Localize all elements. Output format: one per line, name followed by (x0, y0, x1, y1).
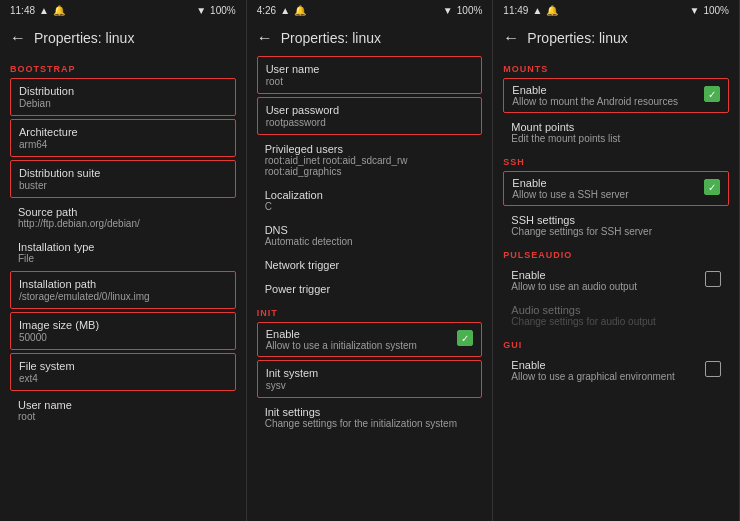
bell-icon-2: 🔔 (294, 5, 306, 16)
image-size-item[interactable]: Image size (MB) 50000 (10, 312, 236, 350)
localization-label: Localization (265, 189, 323, 201)
section-mounts: MOUNTS (503, 64, 729, 74)
section-init: INIT (257, 308, 483, 318)
dns-value: Automatic detection (265, 236, 353, 247)
installation-type-row[interactable]: Installation type File (10, 236, 236, 269)
distribution-suite-item[interactable]: Distribution suite buster (10, 160, 236, 198)
status-bar-3: 11:49 ▲ 🔔 ▼ 100% (493, 0, 739, 20)
username-value-2: root (266, 76, 474, 87)
architecture-value: arm64 (19, 139, 227, 150)
username-item-2[interactable]: User name root (257, 56, 483, 94)
mount-points-value: Edit the mount points list (511, 133, 620, 144)
status-right-3: ▼ 100% (690, 5, 729, 16)
source-path-label: Source path (18, 206, 140, 218)
init-enable-value: Allow to use a initialization system (266, 340, 417, 351)
username-row-1[interactable]: User name root (10, 394, 236, 427)
section-gui: GUI (503, 340, 729, 350)
gui-enable-checkbox[interactable] (705, 361, 721, 377)
page-title-1: Properties: linux (34, 30, 134, 46)
network-trigger-row[interactable]: Network trigger (257, 254, 483, 276)
bell-icon-1: 🔔 (53, 5, 65, 16)
status-left-1: 11:48 ▲ 🔔 (10, 5, 65, 16)
ssh-enable-row[interactable]: Enable Allow to use a SSH server (503, 171, 729, 206)
dns-row[interactable]: DNS Automatic detection (257, 219, 483, 252)
distribution-suite-label: Distribution suite (19, 167, 227, 179)
password-value: rootpassword (266, 117, 474, 128)
init-enable-row[interactable]: Enable Allow to use a initialization sys… (257, 322, 483, 357)
file-system-item[interactable]: File system ext4 (10, 353, 236, 391)
localization-row[interactable]: Localization C (257, 184, 483, 217)
content-1: BOOTSTRAP Distribution Debian Architectu… (0, 56, 246, 521)
init-system-item[interactable]: Init system sysv (257, 360, 483, 398)
header-3: ← Properties: linux (493, 20, 739, 56)
content-2: User name root User password rootpasswor… (247, 56, 493, 521)
privileged-users-label: Privileged users (265, 143, 408, 155)
username-value-1: root (18, 411, 72, 422)
status-right-1: ▼ 100% (196, 5, 235, 16)
panel-3: 11:49 ▲ 🔔 ▼ 100% ← Properties: linux MOU… (493, 0, 740, 521)
power-trigger-row[interactable]: Power trigger (257, 278, 483, 300)
architecture-item[interactable]: Architecture arm64 (10, 119, 236, 157)
installation-type-value: File (18, 253, 94, 264)
status-left-2: 4:26 ▲ 🔔 (257, 5, 306, 16)
distribution-item[interactable]: Distribution Debian (10, 78, 236, 116)
back-button-3[interactable]: ← (503, 29, 519, 47)
section-ssh: SSH (503, 157, 729, 167)
source-path-row[interactable]: Source path http://ftp.debian.org/debian… (10, 201, 236, 234)
file-system-label: File system (19, 360, 227, 372)
signal-icon-2: ▲ (280, 5, 290, 16)
battery-1: 100% (210, 5, 236, 16)
status-left-3: 11:49 ▲ 🔔 (503, 5, 558, 16)
init-settings-label: Init settings (265, 406, 457, 418)
gui-enable-row[interactable]: Enable Allow to use a graphical environm… (503, 354, 729, 387)
mounts-enable-label: Enable (512, 84, 678, 96)
installation-path-item[interactable]: Installation path /storage/emulated/0/li… (10, 271, 236, 309)
wifi-icon-1: ▼ (196, 5, 206, 16)
privileged-users-value: root:aid_inet root:aid_sdcard_rwroot:aid… (265, 155, 408, 177)
ssh-enable-label: Enable (512, 177, 628, 189)
password-label: User password (266, 104, 474, 116)
battery-3: 100% (703, 5, 729, 16)
mount-points-label: Mount points (511, 121, 620, 133)
time-2: 4:26 (257, 5, 276, 16)
time-1: 11:48 (10, 5, 35, 16)
password-item[interactable]: User password rootpassword (257, 97, 483, 135)
header-2: ← Properties: linux (247, 20, 493, 56)
init-enable-checkbox[interactable] (457, 330, 473, 346)
signal-icon-1: ▲ (39, 5, 49, 16)
mounts-enable-row[interactable]: Enable Allow to mount the Android resour… (503, 78, 729, 113)
init-system-label: Init system (266, 367, 474, 379)
init-settings-row[interactable]: Init settings Change settings for the in… (257, 401, 483, 434)
architecture-label: Architecture (19, 126, 227, 138)
pulse-enable-value: Allow to use an audio output (511, 281, 637, 292)
signal-icon-3: ▲ (532, 5, 542, 16)
content-3: MOUNTS Enable Allow to mount the Android… (493, 56, 739, 521)
time-3: 11:49 (503, 5, 528, 16)
status-bar-2: 4:26 ▲ 🔔 ▼ 100% (247, 0, 493, 20)
mount-points-row[interactable]: Mount points Edit the mount points list (503, 116, 729, 149)
dns-label: DNS (265, 224, 353, 236)
ssh-enable-checkbox[interactable] (704, 179, 720, 195)
init-enable-label: Enable (266, 328, 417, 340)
power-trigger-label: Power trigger (265, 283, 330, 295)
ssh-enable-value: Allow to use a SSH server (512, 189, 628, 200)
mounts-enable-checkbox[interactable] (704, 86, 720, 102)
installation-type-label: Installation type (18, 241, 94, 253)
back-button-1[interactable]: ← (10, 29, 26, 47)
wifi-icon-2: ▼ (443, 5, 453, 16)
ssh-settings-value: Change settings for SSH server (511, 226, 652, 237)
pulse-enable-checkbox[interactable] (705, 271, 721, 287)
audio-settings-label: Audio settings (511, 304, 656, 316)
init-system-value: sysv (266, 380, 474, 391)
status-bar-1: 11:48 ▲ 🔔 ▼ 100% (0, 0, 246, 20)
localization-value: C (265, 201, 323, 212)
username-label-1: User name (18, 399, 72, 411)
bell-icon-3: 🔔 (546, 5, 558, 16)
distribution-label: Distribution (19, 85, 227, 97)
pulse-enable-row[interactable]: Enable Allow to use an audio output (503, 264, 729, 297)
back-button-2[interactable]: ← (257, 29, 273, 47)
privileged-users-row[interactable]: Privileged users root:aid_inet root:aid_… (257, 138, 483, 182)
network-trigger-label: Network trigger (265, 259, 340, 271)
ssh-settings-row[interactable]: SSH settings Change settings for SSH ser… (503, 209, 729, 242)
ssh-settings-label: SSH settings (511, 214, 652, 226)
